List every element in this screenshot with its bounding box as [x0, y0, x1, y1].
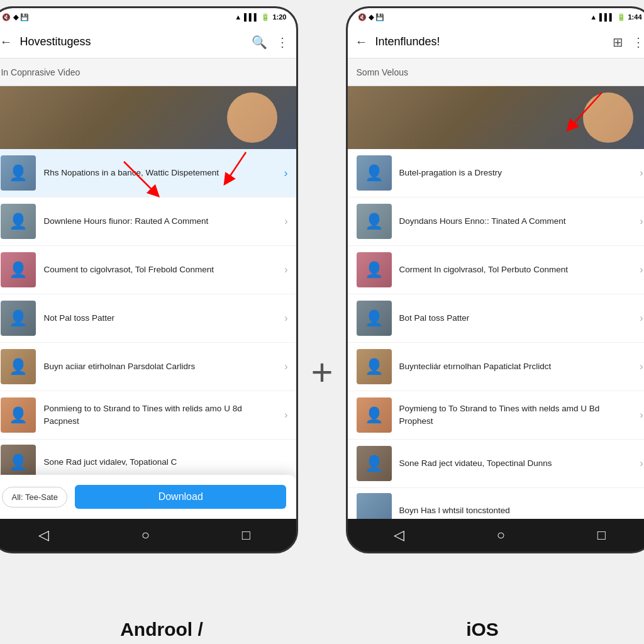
android-app-title: Hovestitugess — [19, 35, 244, 48]
android-item-content-4: Not Pal toss Patter — [43, 312, 279, 325]
ios-thumb-2: 👤 — [357, 204, 392, 239]
ios-chevron-5: › — [640, 361, 643, 372]
ios-list-item-8[interactable]: Boyn Has l whtsil toncstonted — [348, 488, 644, 519]
ios-list-item-3[interactable]: 👤 Corment In cigolvrasol, Tol Perbuto Co… — [348, 246, 644, 294]
android-thumb-5: 👤 — [1, 349, 36, 384]
android-time: 1:20 — [272, 13, 286, 21]
ios-face-2: 👤 — [357, 204, 392, 239]
ios-thumb-1: 👤 — [357, 155, 392, 191]
android-item-content-5: Buyn aciiar etirholnan Parsdolat Carlidr… — [43, 360, 279, 373]
ios-app-title: Intenflundes! — [375, 35, 605, 48]
android-back-nav[interactable]: ◁ — [26, 521, 62, 550]
ios-back-button[interactable]: ← — [355, 35, 368, 49]
android-thumb-1: 👤 — [1, 155, 36, 191]
plus-separator: + — [311, 225, 333, 394]
ios-list-item-6[interactable]: 👤 Poymieng to To Stırand to Tines with n… — [348, 391, 644, 440]
ios-home-nav[interactable]: ○ — [484, 521, 518, 550]
ios-more-icon[interactable]: ⋮ — [632, 35, 644, 50]
ios-item-content-1: Butel-pragation is a Drestry — [399, 167, 635, 179]
ios-thumb-4: 👤 — [357, 301, 392, 336]
ios-chevron-3: › — [640, 264, 643, 275]
android-video-face — [227, 92, 277, 143]
ios-item-content-8: Boyn Has l whtsil toncstonted — [399, 504, 643, 517]
label-row: Androol / iOS — [0, 611, 644, 644]
ios-status-left: 🔇 ◆ 💾 — [358, 13, 384, 21]
ios-battery-icon: 🔋 — [617, 13, 626, 21]
android-download-button[interactable]: Download — [75, 485, 287, 509]
android-bottom-sheet: All: Tee-Sate Download — [0, 475, 296, 519]
ios-item-title-5: Buyntecliár etırnolhan Papaticlat Prclid… — [399, 362, 552, 371]
ios-search-bar-text: Somn Velous — [357, 67, 409, 77]
ios-list-item-2[interactable]: 👤 Doyndans Hours Enno:: Tinated A Commen… — [348, 197, 644, 246]
android-face-6: 👤 — [1, 397, 36, 433]
ios-chevron-4: › — [640, 313, 643, 324]
status-left-icons: 🔇 ◆ 💾 — [2, 13, 28, 21]
ios-list-item-7[interactable]: 👤 Sone Rad ject vidateu, Topectinal Dunn… — [348, 440, 644, 488]
android-list: 👤 Rhs Nopations in a bance, Wattic Dispe… — [0, 149, 296, 519]
android-app-bar-actions: 🔍 ⋮ — [252, 35, 289, 50]
android-item-title-1: Rhs Nopations in a bance, Wattic Dispete… — [43, 168, 219, 177]
android-recent-nav[interactable]: □ — [230, 521, 263, 550]
ios-nav-bar: ◁ ○ □ — [348, 519, 644, 552]
android-chevron-4: › — [284, 313, 287, 324]
ios-back-nav[interactable]: ◁ — [381, 521, 417, 550]
ios-list: 👤 Butel-pragation is a Drestry › 👤 Doynd… — [348, 149, 644, 519]
android-chip-button[interactable]: All: Tee-Sate — [2, 487, 67, 508]
ios-app-bar-actions: ⊞ ⋮ — [613, 35, 644, 50]
ios-red-arrow — [552, 86, 627, 136]
android-face-4: 👤 — [1, 301, 36, 336]
ios-signal-icon: ▌▌▌ — [599, 13, 614, 21]
ios-item-title-7: Sone Rad ject vidateu, Topectinal Dunns — [399, 458, 552, 468]
ios-face-5: 👤 — [357, 349, 392, 384]
ios-list-item-4[interactable]: 👤 Bot Pal toss Patter › — [348, 294, 644, 343]
ios-item-title-8: Boyn Has l whtsil toncstonted — [399, 506, 510, 515]
ios-thumb-8 — [357, 493, 392, 519]
ios-item-content-5: Buyntecliár etırnolhan Papaticlat Prclid… — [399, 360, 635, 373]
ios-face-1: 👤 — [357, 155, 392, 191]
android-chevron-6: › — [284, 409, 287, 421]
ios-item-title-4: Bot Pal toss Patter — [399, 313, 470, 323]
android-list-item-2[interactable]: 👤 Downlene Hours fiunor: Rauted A Commen… — [0, 197, 296, 246]
ios-chevron-1: › — [640, 167, 643, 179]
android-status-bar: 🔇 ◆ 💾 ▲ ▌▌▌ 🔋 1:20 — [0, 8, 296, 26]
battery-icon: 🔋 — [261, 13, 270, 21]
android-item-content-6: Ponmieng to to Stırand to Tines with rel… — [43, 402, 279, 428]
ios-app-bar: ← Intenflundes! ⊞ ⋮ — [348, 26, 644, 58]
android-list-item-4[interactable]: 👤 Not Pal toss Patter › — [0, 294, 296, 343]
ios-recent-nav[interactable]: □ — [585, 521, 618, 550]
ios-chevron-7: › — [640, 458, 643, 469]
android-list-item-5[interactable]: 👤 Buyn aciiar etirholnan Parsdolat Carli… — [0, 343, 296, 391]
android-thumb-6: 👤 — [1, 397, 36, 433]
android-list-item-1[interactable]: 👤 Rhs Nopations in a bance, Wattic Dispe… — [0, 149, 296, 197]
android-more-icon[interactable]: ⋮ — [276, 35, 289, 50]
android-phone: 🔇 ◆ 💾 ▲ ▌▌▌ 🔋 1:20 ← Hovestitugess 🔍 ⋮ — [0, 6, 298, 553]
android-app-bar: ← Hovestitugess 🔍 ⋮ — [0, 26, 296, 58]
android-chevron-3: › — [284, 264, 287, 275]
ios-list-item-5[interactable]: 👤 Buyntecliár etırnolhan Papaticlat Prcl… — [348, 343, 644, 391]
android-item-title-5: Buyn aciiar etirholnan Parsdolat Carlidr… — [43, 362, 195, 371]
android-item-title-3: Coument to cigolvrasot, Tol Frebold Conm… — [43, 265, 214, 274]
ios-list-item-1[interactable]: 👤 Butel-pragation is a Drestry › — [348, 149, 644, 197]
status-right: ▲ ▌▌▌ 🔋 1:20 — [235, 13, 286, 21]
android-list-item-3[interactable]: 👤 Coument to cigolvrasot, Tol Frebold Co… — [0, 246, 296, 294]
android-item-title-7: Sone Rad juct vidalev, Topational C — [43, 457, 177, 467]
android-face-5: 👤 — [1, 349, 36, 384]
ios-notification-icons: 🔇 ◆ 💾 — [358, 13, 384, 21]
ios-chevron-6: › — [640, 409, 643, 421]
android-search-icon[interactable]: 🔍 — [252, 35, 267, 50]
android-nav-bar: ◁ ○ □ — [0, 519, 296, 552]
android-list-item-6[interactable]: 👤 Ponmieng to to Stırand to Tines with r… — [0, 391, 296, 440]
android-chevron-2: › — [284, 216, 287, 227]
android-face-1: 👤 — [1, 155, 36, 191]
android-face-3: 👤 — [1, 252, 36, 287]
ios-video-preview — [348, 86, 644, 149]
android-home-nav[interactable]: ○ — [129, 521, 162, 550]
android-thumb-2: 👤 — [1, 204, 36, 239]
ios-thumb-6: 👤 — [357, 397, 392, 433]
android-back-button[interactable]: ← — [0, 35, 12, 49]
android-video-preview — [0, 86, 296, 149]
ios-face-3: 👤 — [357, 252, 392, 287]
ios-bookmark-icon[interactable]: ⊞ — [613, 35, 623, 50]
ios-label: iOS — [328, 619, 636, 640]
ios-item-content-6: Poymieng to To Stırand to Tines with nel… — [399, 402, 635, 428]
